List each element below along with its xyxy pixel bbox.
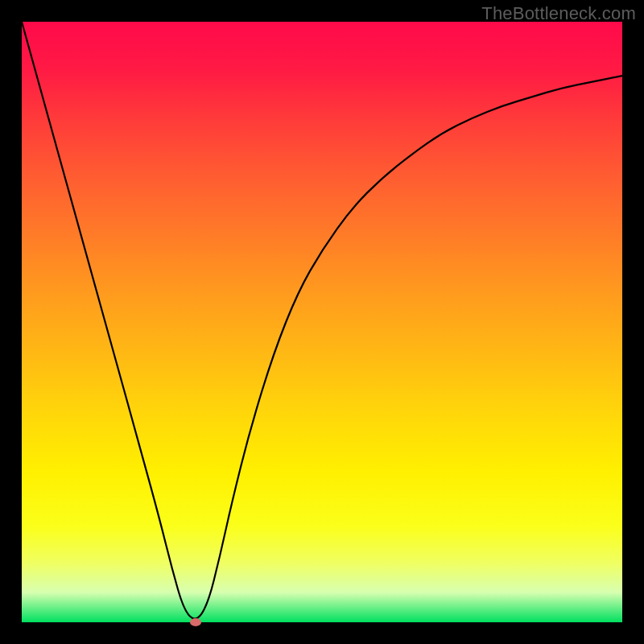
- watermark-text: TheBottleneck.com: [481, 3, 636, 24]
- chart-area: [22, 22, 622, 622]
- optimal-point-marker: [190, 618, 201, 626]
- bottleneck-curve: [22, 22, 622, 622]
